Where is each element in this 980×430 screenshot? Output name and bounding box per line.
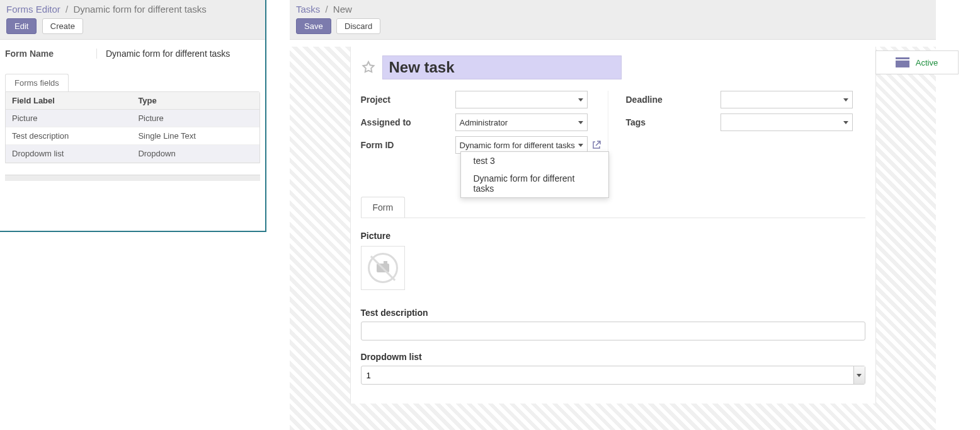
edit-button[interactable]: Edit xyxy=(6,18,37,34)
form-id-dropdown-menu: test 3 Dynamic form for different tasks xyxy=(460,151,609,198)
form-id-value: Dynamic form for different tasks xyxy=(460,141,575,150)
task-title-input[interactable] xyxy=(382,55,622,79)
right-column: Deadline Tags xyxy=(626,91,865,159)
chevron-down-icon xyxy=(578,121,583,124)
breadcrumb-current: New xyxy=(333,4,352,15)
external-link-icon[interactable] xyxy=(591,140,601,150)
dropdown-list-select[interactable]: 1 xyxy=(361,366,865,385)
form-name-value: Dynamic form for different tasks xyxy=(97,49,230,59)
cell-label: Test description xyxy=(6,127,132,145)
notebook-tabs: Form xyxy=(361,197,865,218)
table-row[interactable]: Dropdowm list Dropdown xyxy=(6,145,259,163)
forms-editor-panel: Forms Editor / Dynamic form for differen… xyxy=(0,0,266,232)
sheet-background: Active Project Assigned to xyxy=(290,47,936,430)
status-label: Active xyxy=(916,58,938,67)
form-id-label: Form ID xyxy=(361,140,455,150)
deadline-select[interactable] xyxy=(721,91,853,108)
breadcrumb-root[interactable]: Forms Editor xyxy=(6,4,60,15)
form-sheet-left: Form Name Dynamic form for different tas… xyxy=(0,40,265,181)
create-button[interactable]: Create xyxy=(42,18,83,34)
tags-label: Tags xyxy=(626,117,721,127)
assigned-to-value: Administrator xyxy=(460,118,508,127)
task-form-sheet: Active Project Assigned to xyxy=(350,47,876,404)
no-image-icon xyxy=(368,253,398,283)
breadcrumb: Forms Editor / Dynamic form for differen… xyxy=(6,4,259,15)
archive-icon xyxy=(896,57,909,67)
field-columns: Project Assigned to Administrator xyxy=(361,91,865,159)
discard-button[interactable]: Discard xyxy=(336,18,380,34)
chevron-down-icon xyxy=(857,374,862,377)
cell-type: Single Line Text xyxy=(132,127,259,145)
tasks-panel: Tasks / New Save Discard xyxy=(290,0,936,40)
chevron-down-icon xyxy=(843,121,848,124)
camera-icon xyxy=(377,264,389,272)
control-panel-left: Forms Editor / Dynamic form for differen… xyxy=(0,0,265,40)
control-panel-right: Tasks / New Save Discard xyxy=(290,0,936,40)
cell-type: Dropdown xyxy=(132,145,259,163)
picture-upload[interactable] xyxy=(361,246,405,290)
horizontal-scrollbar[interactable] xyxy=(5,175,260,181)
chevron-down-icon xyxy=(843,98,848,102)
cell-label: Dropdowm list xyxy=(6,145,132,163)
form-name-row: Form Name Dynamic form for different tas… xyxy=(5,49,260,59)
chevron-down-icon xyxy=(578,144,583,147)
select-arrow-button[interactable] xyxy=(853,366,865,384)
dropdown-list-label: Dropdowm list xyxy=(361,352,865,362)
breadcrumb-separator: / xyxy=(66,4,68,15)
cell-label: Picture xyxy=(6,110,132,127)
status-active-button[interactable]: Active xyxy=(875,50,959,74)
fields-table-wrapper: Field Label Type Picture Picture Test de… xyxy=(5,91,260,163)
cell-type: Picture xyxy=(132,110,259,127)
test-description-label: Test description xyxy=(361,308,865,318)
chevron-down-icon xyxy=(578,98,583,102)
project-label: Project xyxy=(361,95,455,105)
breadcrumb-current: Dynamic form for different tasks xyxy=(73,4,206,15)
save-button[interactable]: Save xyxy=(296,18,331,34)
deadline-label: Deadline xyxy=(626,95,721,105)
dropdown-list-value: 1 xyxy=(367,371,371,380)
breadcrumb-separator: / xyxy=(326,4,328,15)
col-field-label[interactable]: Field Label xyxy=(6,92,132,110)
assigned-to-select[interactable]: Administrator xyxy=(455,113,588,131)
test-description-input[interactable] xyxy=(361,322,865,340)
title-row xyxy=(361,55,865,79)
assigned-to-label: Assigned to xyxy=(361,117,455,127)
breadcrumb: Tasks / New xyxy=(296,4,930,15)
form-id-option[interactable]: test 3 xyxy=(461,152,608,170)
breadcrumb-root[interactable]: Tasks xyxy=(296,4,320,15)
table-row[interactable]: Picture Picture xyxy=(6,110,259,127)
col-type[interactable]: Type xyxy=(132,92,259,110)
tab-forms-fields[interactable]: Forms fields xyxy=(5,74,69,91)
tags-select[interactable] xyxy=(721,113,853,131)
picture-label: Picture xyxy=(361,231,865,241)
tab-form[interactable]: Form xyxy=(361,197,406,218)
form-name-label: Form Name xyxy=(5,49,97,59)
table-row[interactable]: Test description Single Line Text xyxy=(6,127,259,145)
fields-table: Field Label Type Picture Picture Test de… xyxy=(6,92,259,163)
project-select[interactable] xyxy=(455,91,588,108)
left-column: Project Assigned to Administrator xyxy=(361,91,608,159)
star-icon[interactable] xyxy=(361,60,376,75)
form-id-option[interactable]: Dynamic form for different tasks xyxy=(461,170,608,197)
